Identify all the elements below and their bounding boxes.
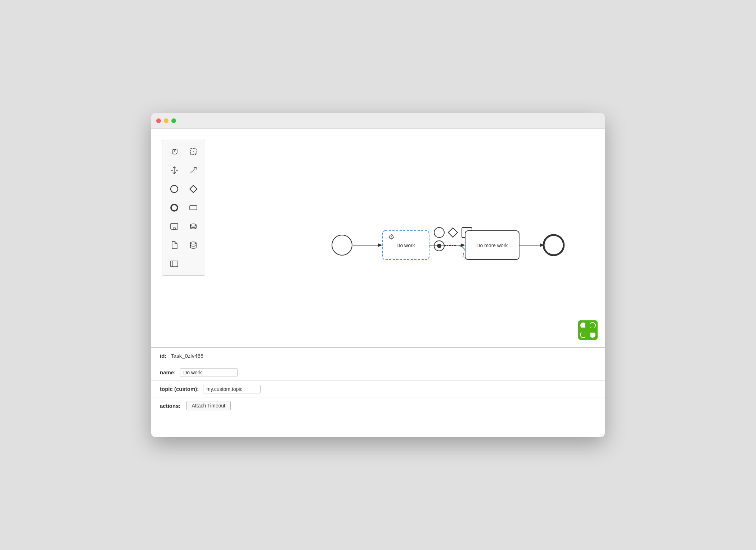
prop-topic-input[interactable]: [203, 385, 261, 393]
subprocess-button[interactable]: [166, 218, 182, 234]
svg-rect-14: [171, 261, 178, 267]
task-button[interactable]: [185, 200, 201, 216]
svg-line-5: [190, 167, 196, 173]
hand-tool-button[interactable]: [166, 144, 182, 159]
svg-point-8: [171, 204, 177, 211]
svg-rect-10: [171, 224, 178, 229]
prop-name-row: name:: [151, 364, 605, 381]
svg-line-1: [193, 152, 196, 154]
prop-name-input[interactable]: [180, 368, 238, 377]
svg-point-18: [590, 323, 595, 328]
svg-point-17: [580, 323, 586, 328]
end-event-button[interactable]: [166, 200, 182, 216]
svg-rect-22: [581, 328, 585, 333]
toolbar-panel: [162, 140, 205, 276]
connect-tool-button[interactable]: [185, 162, 201, 178]
prop-actions-row: actions: Attach Timeout: [151, 397, 605, 414]
database-button[interactable]: [185, 237, 201, 253]
bpmn-diagram[interactable]: ⚙ Do work 🔧 🗑 ➶: [313, 202, 529, 274]
append-gateway-icon[interactable]: [448, 228, 458, 237]
svg-point-20: [590, 332, 595, 338]
start-event[interactable]: [332, 235, 352, 255]
bpmnio-logo: [578, 320, 598, 340]
svg-marker-7: [190, 185, 197, 193]
prop-name-label: name:: [160, 369, 176, 375]
prop-id-value: Task_0zlv465: [171, 353, 203, 359]
svg-rect-11: [173, 228, 175, 229]
pool-button[interactable]: [166, 256, 182, 272]
app-window: ⚙ Do work 🔧 🗑 ➶: [151, 113, 605, 437]
task-do-more-work-label: Do more work: [476, 243, 508, 248]
task-gear-icon: ⚙: [388, 233, 395, 241]
task-do-work-label: Do work: [396, 243, 415, 248]
data-store-button[interactable]: [185, 218, 201, 234]
prop-id-label: id:: [160, 353, 166, 359]
lasso-tool-button[interactable]: [185, 144, 201, 159]
gateway-button[interactable]: [185, 181, 201, 197]
canvas-area[interactable]: ⚙ Do work 🔧 🗑 ➶: [151, 129, 605, 347]
maximize-button[interactable]: [171, 118, 176, 123]
start-event-button[interactable]: [166, 181, 182, 197]
svg-rect-9: [190, 206, 197, 210]
space-tool-button[interactable]: [166, 162, 182, 178]
svg-rect-24: [585, 333, 590, 337]
attach-timeout-button[interactable]: Attach Timeout: [186, 401, 231, 410]
file-button[interactable]: [166, 237, 182, 253]
svg-rect-21: [585, 323, 590, 328]
prop-actions-label: actions:: [160, 403, 181, 409]
append-event-icon[interactable]: [434, 227, 444, 238]
close-button[interactable]: [156, 118, 161, 123]
traffic-lights: [156, 118, 176, 123]
prop-topic-row: topic (custom):: [151, 381, 605, 397]
minimize-button[interactable]: [164, 118, 168, 123]
arrow-1: [378, 243, 382, 247]
svg-rect-23: [590, 328, 595, 333]
main-content: ⚙ Do work 🔧 🗑 ➶: [151, 129, 605, 437]
prop-id-row: id: Task_0zlv465: [151, 348, 605, 364]
svg-point-6: [171, 185, 178, 193]
svg-point-12: [190, 224, 196, 226]
connect-inner: [437, 244, 441, 248]
prop-topic-label: topic (custom):: [160, 386, 199, 392]
svg-point-13: [190, 242, 196, 244]
titlebar: [151, 113, 605, 129]
properties-panel: id: Task_0zlv465 name: topic (custom): a…: [151, 347, 605, 437]
end-event[interactable]: [544, 235, 564, 255]
svg-rect-25: [585, 328, 590, 333]
svg-point-19: [580, 332, 586, 338]
